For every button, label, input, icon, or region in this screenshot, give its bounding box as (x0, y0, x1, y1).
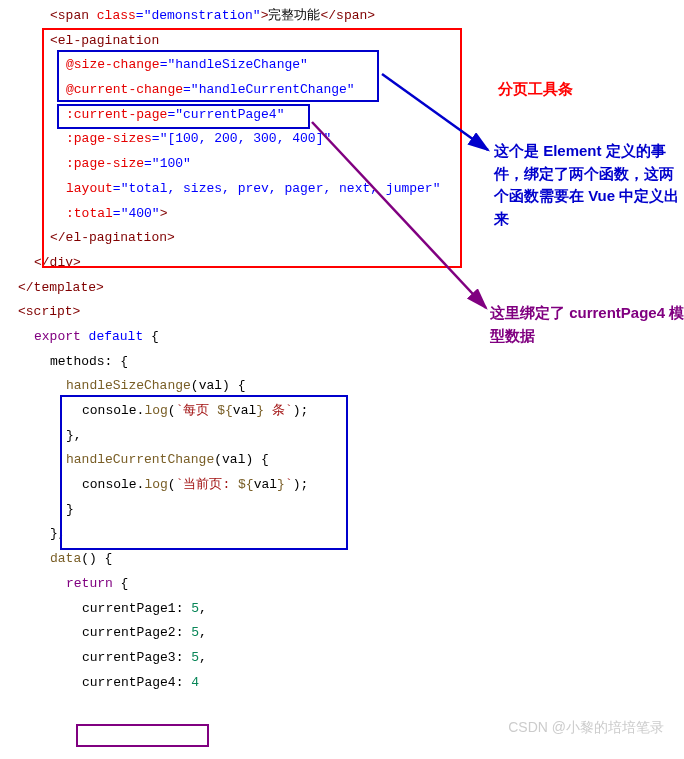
watermark: CSDN @小黎的培培笔录 (508, 714, 664, 741)
code-block: <span class="demonstration">完整功能</span> … (0, 0, 684, 695)
code-line: </div> (18, 251, 684, 276)
code-line: }, (18, 424, 684, 449)
code-line: console.log(`当前页: ${val}`); (18, 473, 684, 498)
code-line: @current-change="handleCurrentChange" (18, 78, 684, 103)
code-line: <span class="demonstration">完整功能</span> (18, 4, 684, 29)
code-line: } (18, 498, 684, 523)
purple-highlight-box (76, 724, 209, 747)
code-line: </template> (18, 276, 684, 301)
code-line: return { (18, 572, 684, 597)
code-line: :current-page="currentPage4" (18, 103, 684, 128)
code-line: methods: { (18, 350, 684, 375)
code-line: currentPage2: 5, (18, 621, 684, 646)
annotation-title: 分页工具条 (498, 78, 573, 101)
code-line: currentPage3: 5, (18, 646, 684, 671)
code-line: @size-change="handleSizeChange" (18, 53, 684, 78)
code-line: currentPage4: 4 (18, 671, 684, 696)
code-line: handleSizeChange(val) { (18, 374, 684, 399)
code-line: handleCurrentChange(val) { (18, 448, 684, 473)
code-line: }, (18, 522, 684, 547)
annotation-purple: 这里绑定了 currentPage4 模型数据 (490, 302, 684, 347)
code-line: <el-pagination (18, 29, 684, 54)
code-line: console.log(`每页 ${val} 条`); (18, 399, 684, 424)
code-line: data() { (18, 547, 684, 572)
code-line: currentPage1: 5, (18, 597, 684, 622)
annotation-blue: 这个是 Element 定义的事件，绑定了两个函数，这两个函数需要在 Vue 中… (494, 140, 684, 230)
